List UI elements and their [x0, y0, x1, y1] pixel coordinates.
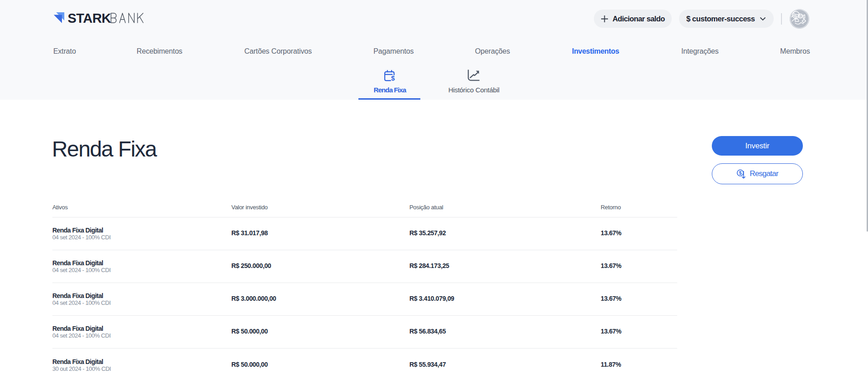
svg-text:STARK: STARK [68, 12, 111, 24]
svg-text:$: $ [391, 75, 395, 81]
svg-text:$: $ [739, 170, 742, 176]
